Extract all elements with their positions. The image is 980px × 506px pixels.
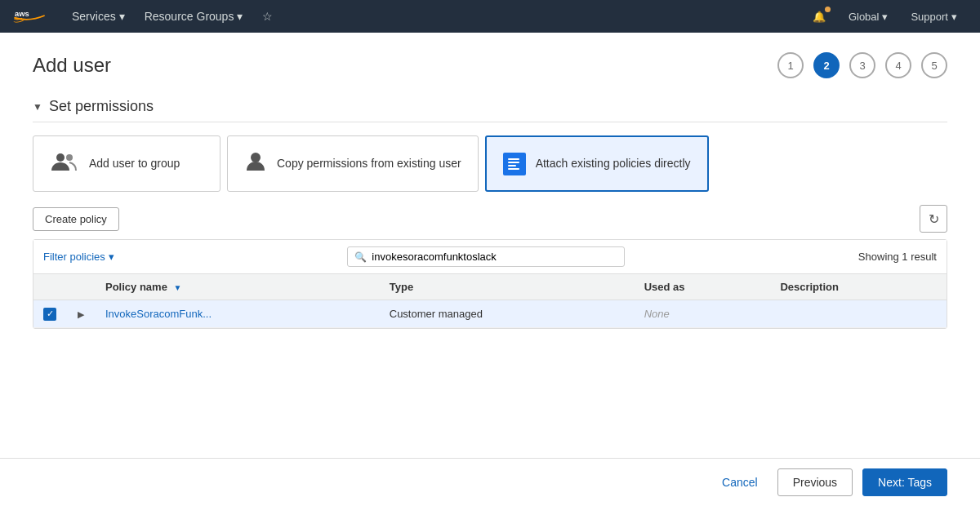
step-3[interactable]: 3 [849, 52, 875, 78]
support-chevron-icon: ▾ [951, 11, 957, 23]
refresh-button[interactable]: ↻ [920, 205, 947, 233]
search-box: 🔍 [347, 246, 625, 267]
previous-button[interactable]: Previous [777, 468, 853, 496]
resource-groups-chevron-icon: ▾ [237, 10, 243, 23]
support-label: Support [911, 11, 948, 23]
policy-name-header-label: Policy name [105, 281, 167, 293]
search-input[interactable] [372, 251, 617, 263]
filter-chevron-icon: ▾ [109, 251, 114, 263]
perm-card-add-to-group[interactable]: Add user to group [33, 135, 220, 192]
global-nav[interactable]: Global ▾ [839, 0, 898, 33]
step-2[interactable]: 2 [813, 52, 840, 78]
section-header: ▼ Set permissions [33, 98, 947, 122]
collapse-arrow-icon[interactable]: ▼ [33, 101, 42, 113]
checkbox-checked-icon: ✓ [43, 308, 56, 321]
nav-right: 🔔 Global ▾ Support ▾ [803, 0, 967, 33]
navbar: aws Services ▾ Resource Groups ▾ ☆ 🔔 Glo… [0, 0, 980, 33]
attach-policies-label: Attach existing policies directly [536, 156, 691, 172]
col-type: Type [380, 274, 635, 300]
next-tags-button[interactable]: Next: Tags [862, 468, 947, 496]
group-icon [50, 149, 79, 178]
col-checkbox [33, 274, 66, 300]
step-indicators: 1 2 3 4 5 [777, 52, 947, 78]
permission-options: Add user to group Copy permissions from … [33, 135, 947, 192]
main-content: Add user 1 2 3 4 5 ▼ Set permissions Ad [0, 33, 980, 506]
col-expand [66, 274, 96, 300]
row-checkbox[interactable]: ✓ [33, 300, 66, 328]
step-5[interactable]: 5 [921, 52, 947, 78]
row-used-as: None [635, 300, 771, 328]
row-type: Customer managed [380, 300, 635, 328]
copy-permissions-icon [244, 149, 267, 178]
cancel-button[interactable]: Cancel [712, 471, 768, 494]
resource-groups-label: Resource Groups [145, 10, 234, 23]
row-description [770, 300, 947, 328]
services-chevron-icon: ▾ [119, 10, 125, 23]
col-description: Description [770, 274, 947, 300]
svg-text:aws: aws [15, 10, 29, 18]
services-label: Services [72, 10, 116, 23]
page-title-row: Add user 1 2 3 4 5 [33, 52, 947, 78]
search-icon: 🔍 [354, 251, 367, 263]
sort-arrow-icon: ▼ [174, 283, 182, 292]
svg-point-2 [66, 154, 73, 161]
policy-table-container: Filter policies ▾ 🔍 Showing 1 result Pol… [33, 239, 947, 329]
add-to-group-label: Add user to group [89, 156, 180, 172]
bell-icon: 🔔 [813, 11, 826, 23]
policy-table: Policy name ▼ Type Used as Description ✓… [33, 274, 947, 328]
resource-groups-nav[interactable]: Resource Groups ▾ [135, 0, 253, 33]
svg-point-1 [56, 153, 65, 162]
table-header-row: Policy name ▼ Type Used as Description [33, 274, 947, 300]
step-1[interactable]: 1 [777, 52, 804, 78]
results-count: Showing 1 result [858, 251, 937, 263]
support-nav[interactable]: Support ▾ [901, 0, 967, 33]
perm-card-copy-permissions[interactable]: Copy permissions from existing user [227, 135, 479, 192]
row-expand[interactable]: ▶ [66, 300, 96, 328]
svg-point-3 [251, 153, 261, 162]
copy-permissions-label: Copy permissions from existing user [277, 156, 461, 172]
filter-policies-button[interactable]: Filter policies ▾ [43, 251, 114, 263]
step-4[interactable]: 4 [885, 52, 911, 78]
filter-policies-label: Filter policies [43, 251, 105, 263]
col-used-as: Used as [635, 274, 771, 300]
page-title: Add user [33, 54, 111, 77]
notification-dot [825, 7, 831, 12]
global-chevron-icon: ▾ [882, 11, 888, 23]
create-policy-button[interactable]: Create policy [33, 207, 119, 231]
table-row: ✓ ▶ InvokeSoracomFunk... Customer manage… [33, 300, 947, 328]
services-nav[interactable]: Services ▾ [62, 0, 135, 33]
footer-row: Cancel Previous Next: Tags [0, 458, 980, 506]
refresh-icon: ↻ [929, 211, 939, 227]
section-title: Set permissions [49, 98, 154, 115]
policy-name-link[interactable]: InvokeSoracomFunk... [105, 308, 212, 320]
notifications-nav[interactable]: 🔔 [803, 0, 835, 33]
attach-policies-icon [503, 153, 526, 175]
toolbar-row: Create policy ↻ [33, 205, 947, 233]
expand-arrow-icon: ▶ [78, 309, 84, 319]
aws-logo-brand[interactable]: aws [13, 7, 46, 26]
perm-card-attach-policies[interactable]: Attach existing policies directly [485, 135, 709, 192]
star-icon: ☆ [262, 10, 273, 23]
table-controls-row: Filter policies ▾ 🔍 Showing 1 result [33, 240, 947, 274]
row-policy-name[interactable]: InvokeSoracomFunk... [96, 300, 380, 328]
col-policy-name[interactable]: Policy name ▼ [96, 274, 380, 300]
global-label: Global [849, 11, 880, 23]
favorites-nav[interactable]: ☆ [252, 0, 283, 33]
